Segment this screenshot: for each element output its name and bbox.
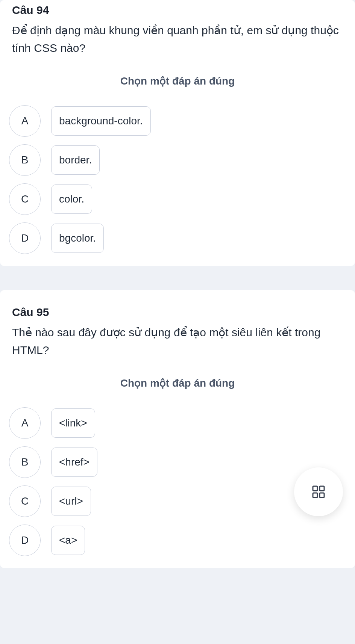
option-b[interactable]: B <href> [9, 446, 346, 478]
option-text[interactable]: <a> [51, 526, 85, 555]
option-text[interactable]: border. [51, 145, 100, 175]
grid-menu-button[interactable] [294, 467, 343, 516]
option-text[interactable]: <link> [51, 408, 95, 438]
svg-rect-0 [313, 486, 317, 491]
svg-rect-2 [313, 493, 317, 497]
divider-label: Chọn một đáp án đúng [111, 377, 244, 389]
option-text[interactable]: <href> [51, 447, 97, 477]
option-c[interactable]: C color. [9, 183, 346, 215]
option-d[interactable]: D <a> [9, 525, 346, 556]
option-letter[interactable]: A [9, 105, 41, 137]
question-number: Câu 94 [12, 4, 343, 17]
question-header: Câu 94 Để định dạng màu khung viền quanh… [0, 0, 355, 66]
option-text[interactable]: color. [51, 184, 92, 214]
option-letter[interactable]: B [9, 144, 41, 176]
option-b[interactable]: B border. [9, 144, 346, 176]
divider-label: Chọn một đáp án đúng [111, 75, 244, 87]
svg-rect-3 [320, 493, 324, 497]
question-card: Câu 94 Để định dạng màu khung viền quanh… [0, 0, 355, 266]
option-letter[interactable]: C [9, 485, 41, 517]
option-text[interactable]: bgcolor. [51, 224, 104, 253]
question-card: Câu 95 Thẻ nào sau đây được sử dụng để t… [0, 290, 355, 568]
question-number: Câu 95 [12, 306, 343, 319]
divider-line [0, 81, 111, 81]
option-d[interactable]: D bgcolor. [9, 222, 346, 254]
option-a[interactable]: A background-color. [9, 105, 346, 137]
option-letter[interactable]: A [9, 407, 41, 439]
divider-line [244, 81, 355, 81]
divider-line [0, 383, 111, 383]
option-text[interactable]: background-color. [51, 106, 151, 136]
svg-rect-1 [320, 486, 324, 491]
grid-icon [311, 484, 326, 499]
option-a[interactable]: A <link> [9, 407, 346, 439]
option-letter[interactable]: C [9, 183, 41, 215]
option-letter[interactable]: D [9, 222, 41, 254]
question-text: Thẻ nào sau đây được sử dụng để tạo một … [12, 324, 343, 359]
question-text: Để định dạng màu khung viền quanh phần t… [12, 22, 343, 57]
options-list: A background-color. B border. C color. D… [0, 105, 355, 266]
divider: Chọn một đáp án đúng [0, 377, 355, 389]
question-header: Câu 95 Thẻ nào sau đây được sử dụng để t… [0, 290, 355, 368]
option-letter[interactable]: B [9, 446, 41, 478]
divider: Chọn một đáp án đúng [0, 75, 355, 87]
divider-line [244, 383, 355, 383]
option-text[interactable]: <url> [51, 487, 91, 516]
option-letter[interactable]: D [9, 525, 41, 556]
